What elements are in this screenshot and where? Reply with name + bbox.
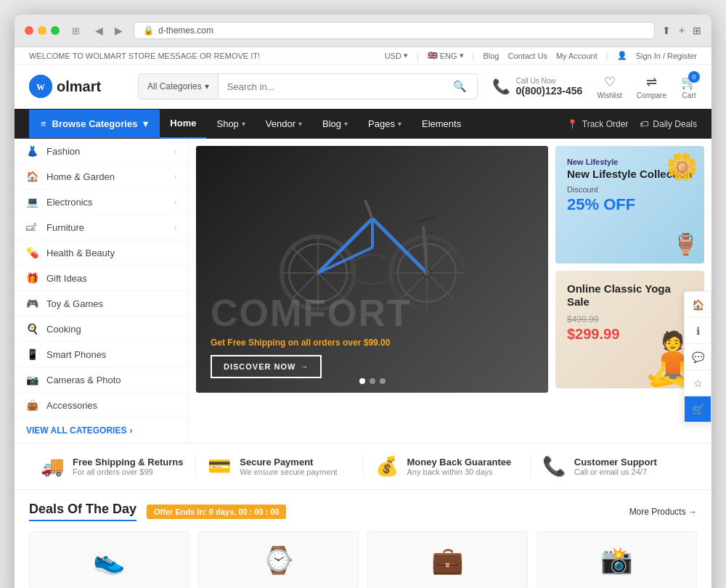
product-card-1[interactable]: 👟 [29,531,189,588]
lifestyle-banner[interactable]: New Lifestyle New Lifestyle Collection D… [555,146,704,264]
timer-label: Offer Ends In: [154,507,207,516]
svg-line-25 [416,217,434,222]
currency-selector[interactable]: USD ▾ [385,51,408,60]
nav-elements[interactable]: Elements [412,110,471,138]
sidebar-item-cameras[interactable]: 📷 Cameras & Photo [15,367,188,393]
minimize-dot[interactable] [38,26,46,35]
sidebar-item-label: Cameras & Photo [46,375,121,385]
sidebar-item-label: Furniture [46,222,84,233]
compare-block[interactable]: ⇌ Compare [637,74,666,99]
category-dropdown[interactable]: All Categories ▾ [139,74,219,99]
category-sidebar: 👗 Fashion › 🏠 Home & Garden › 💻 Electron… [15,139,189,443]
track-order-label: Track Order [582,119,629,129]
cta-label: DISCOVER NOW [224,362,295,371]
product-placeholder-1: 👟 [93,545,126,576]
sidebar-item-accessories[interactable]: 👜 Accessories [15,393,188,418]
extensions-button[interactable]: ⊞ [693,25,701,36]
svg-line-22 [365,200,372,219]
logo-text: olmart [57,78,101,95]
product-card-2[interactable]: ⌚ [198,531,359,588]
account-link[interactable]: My Account [556,52,597,60]
nav-blog[interactable]: Blog ▾ [312,110,358,138]
chevron-right-icon: › [174,224,176,232]
new-tab-button[interactable]: ＋ [677,24,687,37]
hero-slider[interactable]: COMFORT Get Free Shipping on all orders … [196,146,548,393]
main-nav: ≡ Browse Categories ▾ Home Shop ▾ Vendor… [15,109,711,139]
floating-chat-button[interactable]: 💬 [685,344,711,370]
forward-button[interactable]: ▶ [111,23,126,38]
main-content-wrapper: 👗 Fashion › 🏠 Home & Garden › 💻 Electron… [15,139,711,443]
search-button[interactable]: 🔍 [443,74,477,99]
search-input[interactable] [219,74,443,99]
sidebar-item-fashion[interactable]: 👗 Fashion › [15,139,188,164]
cart-block[interactable]: 🛒 0 Cart [681,74,697,99]
floating-cart-button[interactable]: 🛒 [685,396,711,422]
floating-info-button[interactable]: ℹ [685,318,711,344]
hero-text: COMFORT Get Free Shipping on all orders … [196,279,548,393]
banner1-discount-label: Discount [567,185,693,194]
product-card-4[interactable]: 📸 [537,531,697,588]
nav-right: 📍 Track Order 🏷 Daily Deals [567,119,697,129]
hero-subtitle: Get Free Shipping on all orders over $99… [211,338,534,348]
signin-link[interactable]: Sign In / Register [636,52,697,60]
sidebar-item-home-garden[interactable]: 🏠 Home & Garden › [15,164,188,189]
product-card-3[interactable]: 💼 [367,531,528,588]
daily-deals-button[interactable]: 🏷 Daily Deals [640,119,697,129]
benefit-support-desc: Call or email us 24/7 [574,467,657,476]
hero-title: COMFORT [211,294,534,332]
floating-home-button[interactable]: 🏠 [685,292,711,318]
sidebar-item-smartphones[interactable]: 📱 Smart Phones [15,342,188,367]
content-area: COMFORT Get Free Shipping on all orders … [189,139,711,443]
wishlist-block[interactable]: ♡ Wishlist [597,74,621,99]
grid-icon[interactable]: ⊞ [67,22,84,39]
sidebar-item-toy-games[interactable]: 🎮 Toy & Games [15,291,188,317]
benefit-shipping: 🚚 Free Shipping & Returns For all orders… [29,455,196,478]
close-dot[interactable] [25,26,33,35]
logo-icon: w [29,75,52,98]
compare-icon: ⇌ [646,74,657,90]
view-all-categories[interactable]: VIEW ALL CATEGORIES › [15,418,188,443]
blog-link[interactable]: Blog [483,52,499,60]
floating-star-button[interactable]: ☆ [685,370,711,396]
phone-number: 0(800)123-456 [516,85,583,97]
phone-icon: 📱 [26,348,39,360]
currency-label: USD [385,52,401,60]
sidebar-item-gift-ideas[interactable]: 🎁 Gift Ideas [15,266,188,291]
contact-link[interactable]: Contact Us [507,52,547,60]
browser-actions: ⬆ ＋ ⊞ [662,24,701,37]
benefit-payment-desc: We ensure secure payment [240,467,337,476]
hero-cta-button[interactable]: DISCOVER NOW → [211,355,322,378]
floating-sidebar: 🏠 ℹ 💬 ☆ 🛒 [684,291,711,423]
sidebar-item-label: Toy & Games [46,298,103,309]
sidebar-item-electronics[interactable]: 💻 Electronics › [15,189,188,215]
back-button[interactable]: ◀ [91,23,107,38]
lang-label: ENG [440,52,457,60]
language-selector[interactable]: 🇬🇧 ENG ▾ [428,51,464,60]
sidebar-item-furniture[interactable]: 🛋 Furniture › [15,215,188,240]
deals-timer: Offer Ends In: 0 days, 00 : 00 : 00 [147,505,286,519]
track-order-button[interactable]: 📍 Track Order [567,119,629,129]
share-button[interactable]: ⬆ [662,25,671,36]
yoga-banner[interactable]: Online Classic Yoga Sale $499.99 $299.99… [555,271,704,388]
view-all-chevron: › [129,425,132,436]
sidebar-item-cooking[interactable]: 🍳 Cooking [15,317,188,342]
person-icon: 👤 [617,51,627,60]
maximize-dot[interactable] [51,26,60,35]
camera-icon: 📷 [26,374,39,385]
nav-vendor[interactable]: Vendor ▾ [256,110,312,138]
sidebar-item-label: Gift Ideas [46,273,87,284]
browse-categories-button[interactable]: ≡ Browse Categories ▾ [29,110,160,138]
window-controls [25,26,60,35]
nav-home[interactable]: Home [160,109,206,139]
wishlist-label: Wishlist [597,91,621,99]
toy-icon: 🎮 [26,298,39,309]
address-bar[interactable]: 🔒 d-themes.com [134,22,655,39]
view-all-label: VIEW ALL CATEGORIES [26,425,126,436]
phone-icon: 📞 [492,78,510,95]
more-products-link[interactable]: More Products → [629,507,697,517]
nav-pages[interactable]: Pages ▾ [358,110,412,138]
product-placeholder-3: 💼 [431,545,464,576]
nav-shop[interactable]: Shop ▾ [206,110,255,138]
logo[interactable]: w olmart [29,75,123,98]
sidebar-item-health-beauty[interactable]: 💊 Health & Beauty [15,240,188,266]
